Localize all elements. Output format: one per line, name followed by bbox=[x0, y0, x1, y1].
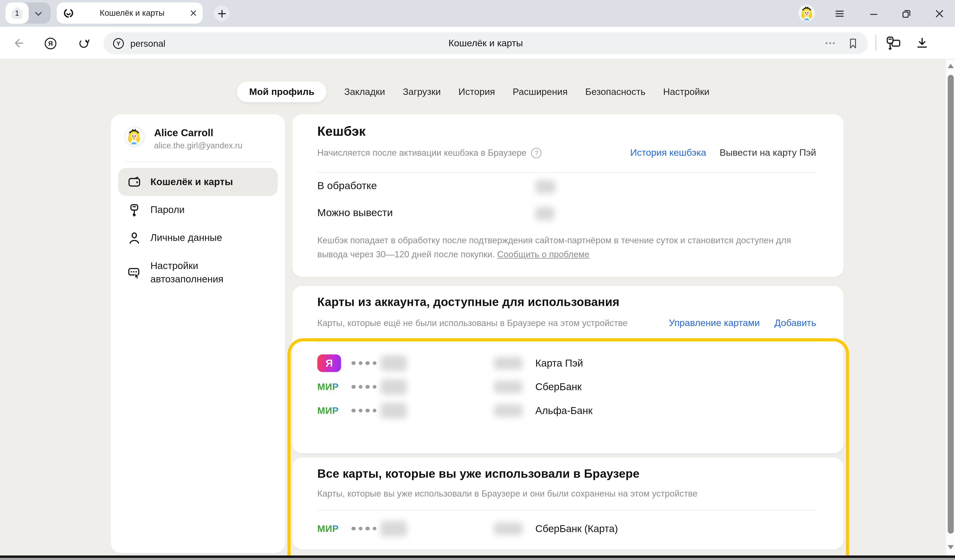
help-icon[interactable]: ? bbox=[531, 148, 542, 158]
mir-logo-green: МИ bbox=[317, 405, 332, 416]
close-icon bbox=[933, 8, 945, 19]
card-row[interactable]: МИР СберБанк bbox=[317, 375, 816, 398]
scroll-up-arrow-icon[interactable] bbox=[947, 64, 953, 68]
masked-withdrawable-amount bbox=[535, 207, 554, 220]
masked-dots bbox=[351, 361, 377, 365]
sidebar-item-label: Настройки автозаполнения bbox=[150, 259, 224, 286]
page-scrollbar[interactable] bbox=[945, 59, 955, 555]
tab-group[interactable]: 1 bbox=[5, 2, 51, 23]
sidebar-item-personal-data[interactable]: Личные данные bbox=[118, 224, 278, 252]
withdraw-to-pay-card-link[interactable]: Вывести на карту Пэй bbox=[720, 147, 816, 158]
restore-button[interactable] bbox=[900, 8, 912, 20]
masked-expiry-date bbox=[494, 404, 523, 417]
key-icon bbox=[127, 203, 141, 217]
masked-dots bbox=[351, 526, 377, 530]
reload-button[interactable] bbox=[77, 36, 90, 50]
masked-expiry-date bbox=[494, 522, 523, 535]
sidebar-item-autofill-settings[interactable]: Настройки автозаполнения bbox=[118, 252, 278, 293]
cashback-history-link[interactable]: История кешбэка bbox=[630, 147, 706, 158]
report-problem-link[interactable]: Сообщить о проблеме bbox=[497, 249, 589, 259]
card-row[interactable]: Я Карта Пэй bbox=[317, 351, 816, 375]
settings-page: Мой профиль Закладки Загрузки История Ра… bbox=[0, 59, 955, 555]
sidebar-item-label: Личные данные bbox=[150, 232, 222, 243]
tab-my-profile[interactable]: Мой профиль bbox=[237, 81, 327, 102]
tab-security[interactable]: Безопасность bbox=[585, 86, 645, 97]
masked-expiry-date bbox=[494, 380, 523, 393]
minimize-button[interactable] bbox=[867, 8, 880, 20]
card-name: Карта Пэй bbox=[535, 357, 583, 368]
masked-card-number bbox=[380, 355, 407, 371]
masked-processing-amount bbox=[535, 180, 555, 193]
used-cards-title: Все карты, которые вы уже использовали в… bbox=[317, 467, 640, 481]
mir-logo-blue: Р bbox=[332, 405, 338, 416]
more-options-icon[interactable] bbox=[823, 36, 837, 50]
bookmark-icon[interactable] bbox=[847, 37, 860, 50]
new-tab-button[interactable] bbox=[214, 5, 229, 21]
masked-dots bbox=[351, 385, 377, 389]
sidebar-item-passwords[interactable]: Пароли bbox=[118, 196, 278, 224]
yandex-logo-icon: Я bbox=[44, 36, 57, 50]
menu-button[interactable] bbox=[833, 8, 845, 20]
profile-name: Alice Carroll bbox=[154, 127, 242, 139]
tab-history[interactable]: История bbox=[459, 86, 495, 97]
add-card-link[interactable]: Добавить bbox=[775, 318, 816, 329]
key-card-icon bbox=[886, 35, 901, 51]
account-cards-subheader: Карты, которые ещё не были использованы … bbox=[317, 318, 816, 329]
card-row[interactable]: МИР Альфа-Банк bbox=[317, 399, 816, 422]
manage-cards-link[interactable]: Управление картами bbox=[669, 318, 760, 329]
yandex-home-button[interactable]: Я bbox=[44, 36, 57, 50]
account-cards-subtitle: Карты, которые ещё не были использованы … bbox=[317, 318, 628, 328]
processing-label: В обработке bbox=[317, 180, 377, 192]
tab-title: Кошелёк и карты bbox=[79, 9, 185, 18]
tab-group-count: 1 bbox=[15, 9, 19, 17]
tab-extensions[interactable]: Расширения bbox=[513, 86, 568, 97]
toolbar-divider bbox=[875, 34, 876, 51]
back-button[interactable] bbox=[11, 36, 25, 50]
passwords-cards-button[interactable] bbox=[886, 35, 901, 51]
restore-icon bbox=[900, 8, 912, 19]
avatar bbox=[124, 126, 145, 147]
mir-logo: МИР bbox=[317, 381, 338, 392]
yandex-pay-badge: Я bbox=[317, 354, 341, 372]
withdrawable-label: Можно вывести bbox=[317, 207, 393, 219]
scrollbar-thumb[interactable] bbox=[947, 75, 953, 533]
masked-card-number bbox=[380, 520, 407, 536]
avatar-girl-illustration bbox=[798, 5, 815, 21]
mir-logo: МИР bbox=[317, 405, 338, 416]
card-name: СберБанк bbox=[535, 381, 582, 392]
divider bbox=[317, 343, 816, 343]
person-icon bbox=[127, 231, 141, 245]
tab-bar: 1 Кошелёк и карты bbox=[0, 0, 955, 27]
cashback-subheader: Начисляется после активации кешбэка в Бр… bbox=[317, 147, 816, 158]
close-window-button[interactable] bbox=[933, 8, 945, 20]
account-cards-section: Карты из аккаунта, доступные для использ… bbox=[292, 286, 844, 453]
tab-settings[interactable]: Настройки bbox=[663, 86, 709, 97]
profile-sidebar: Alice Carroll alice.the.girl@yandex.ru К… bbox=[111, 114, 285, 553]
masked-card-number bbox=[380, 402, 407, 418]
cashback-note: Кешбэк попадает в обработку после подтве… bbox=[317, 234, 791, 261]
tab-close-icon[interactable] bbox=[190, 10, 197, 16]
profile-avatar[interactable] bbox=[798, 5, 815, 21]
card-name: СберБанк (Карта) bbox=[535, 523, 618, 534]
avatar-girl-illustration bbox=[125, 127, 143, 145]
sidebar-item-wallet-cards[interactable]: Кошелёк и карты bbox=[118, 168, 278, 196]
masked-card-number bbox=[380, 379, 407, 395]
cashback-card: Кешбэк Начисляется после активации кешбэ… bbox=[292, 114, 844, 277]
tab-group-counter[interactable]: 1 bbox=[5, 2, 29, 23]
divider bbox=[317, 510, 816, 511]
plus-icon bbox=[218, 9, 225, 17]
sidebar-divider bbox=[124, 161, 271, 162]
address-bar[interactable]: Y personal Кошелёк и карты bbox=[103, 32, 868, 54]
tab-bookmarks[interactable]: Закладки bbox=[344, 86, 385, 97]
mir-logo-green: МИ bbox=[317, 523, 332, 534]
browser-tab-active[interactable]: Кошелёк и карты bbox=[56, 2, 203, 23]
mir-logo-green: МИ bbox=[317, 381, 332, 392]
scroll-down-arrow-icon[interactable] bbox=[947, 545, 953, 549]
divider bbox=[317, 172, 816, 173]
downloads-button[interactable] bbox=[915, 36, 930, 51]
profile-summary[interactable]: Alice Carroll alice.the.girl@yandex.ru bbox=[124, 126, 274, 150]
card-row[interactable]: МИР СберБанк (Карта) bbox=[317, 516, 816, 540]
tab-downloads[interactable]: Загрузки bbox=[403, 86, 441, 97]
hamburger-icon bbox=[833, 8, 845, 19]
chevron-down-icon[interactable] bbox=[34, 11, 42, 16]
